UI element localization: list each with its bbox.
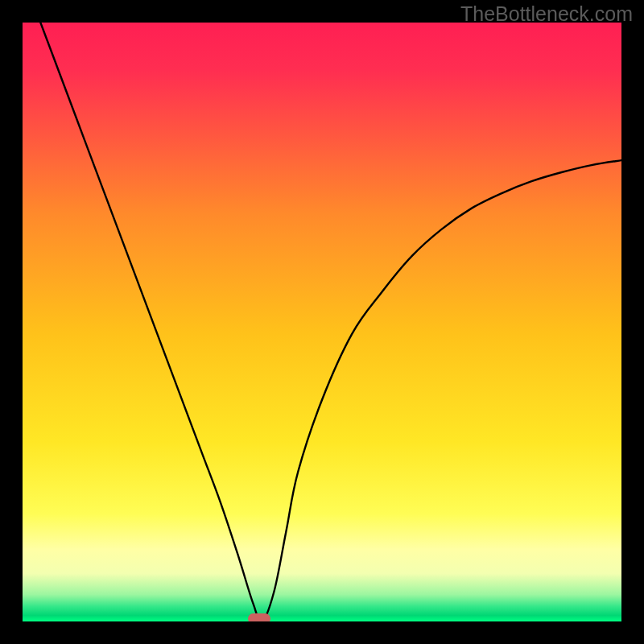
plot-area	[23, 23, 621, 621]
chart-frame: TheBottleneck.com	[0, 0, 644, 644]
plot-svg	[23, 23, 621, 621]
watermark-text: TheBottleneck.com	[460, 2, 633, 26]
gradient-background	[23, 23, 621, 621]
minimum-marker	[248, 613, 270, 621]
